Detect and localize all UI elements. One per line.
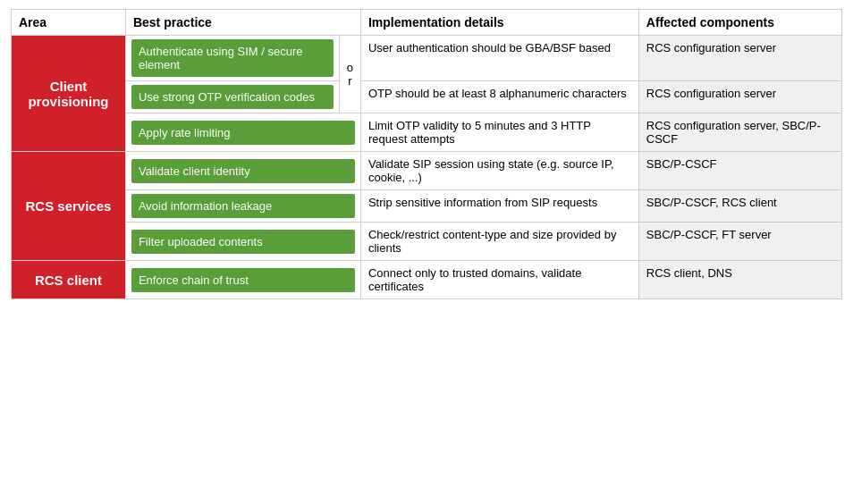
impl-avoid: Strip sensitive information from SIP req… xyxy=(360,190,638,223)
area-rcs-services: RCS services xyxy=(12,152,126,261)
impl-otp: OTP should be at least 8 alphanumeric ch… xyxy=(360,81,638,113)
best-practice-avoid: Avoid information leakage xyxy=(125,190,360,223)
affected-avoid: SBC/P-CSCF, RCS client xyxy=(638,190,841,223)
main-table: Area Best practice Implementation detail… xyxy=(11,9,842,299)
best-practice-filter: Filter uploaded contents xyxy=(125,223,360,261)
avoid-label: Avoid information leakage xyxy=(131,194,355,218)
header-best-practice: Best practice xyxy=(125,10,360,36)
table-row: Filter uploaded contents Check/restrict … xyxy=(12,223,842,261)
best-practice-auth: Authenticate using SIM / secure element xyxy=(125,36,339,81)
affected-filter: SBC/P-CSCF, FT server xyxy=(638,223,841,261)
impl-auth: User authentication should be GBA/BSF ba… xyxy=(360,36,638,81)
filter-label: Filter uploaded contents xyxy=(131,230,355,254)
area-rcs-client: RCS client xyxy=(12,261,126,299)
or-separator: or xyxy=(340,36,361,113)
impl-rate: Limit OTP validity to 5 minutes and 3 HT… xyxy=(360,113,638,152)
table-row: RCS services Validate client identity Va… xyxy=(12,152,842,190)
best-practice-rate: Apply rate limiting xyxy=(125,113,360,152)
affected-otp: RCS configuration server xyxy=(638,81,841,113)
rate-label: Apply rate limiting xyxy=(131,121,355,145)
table-row: Client provisioning Authenticate using S… xyxy=(12,36,842,81)
affected-validate: SBC/P-CSCF xyxy=(638,152,841,190)
best-practice-validate: Validate client identity xyxy=(125,152,360,190)
area-client-provisioning: Client provisioning xyxy=(12,36,126,152)
validate-label: Validate client identity xyxy=(131,159,355,183)
auth-label: Authenticate using SIM / secure element xyxy=(131,39,334,77)
header-area: Area xyxy=(12,10,126,36)
impl-chain: Connect only to trusted domains, validat… xyxy=(360,261,638,299)
affected-rate: RCS configuration server, SBC/P-CSCF xyxy=(638,113,841,152)
table-row: Use strong OTP verification codes OTP sh… xyxy=(12,81,842,113)
affected-auth: RCS configuration server xyxy=(638,36,841,81)
chain-label: Enforce chain of trust xyxy=(131,268,355,292)
best-practice-otp: Use strong OTP verification codes xyxy=(125,81,339,113)
impl-validate: Validate SIP session using state (e.g. s… xyxy=(360,152,638,190)
header-affected: Affected components xyxy=(638,10,841,36)
affected-chain: RCS client, DNS xyxy=(638,261,841,299)
table-row: Apply rate limiting Limit OTP validity t… xyxy=(12,113,842,152)
table-row: RCS client Enforce chain of trust Connec… xyxy=(12,261,842,299)
impl-filter: Check/restrict content-type and size pro… xyxy=(360,223,638,261)
otp-label: Use strong OTP verification codes xyxy=(131,85,334,109)
header-implementation: Implementation details xyxy=(360,10,638,36)
best-practice-chain: Enforce chain of trust xyxy=(125,261,360,299)
table-row: Avoid information leakage Strip sensitiv… xyxy=(12,190,842,223)
